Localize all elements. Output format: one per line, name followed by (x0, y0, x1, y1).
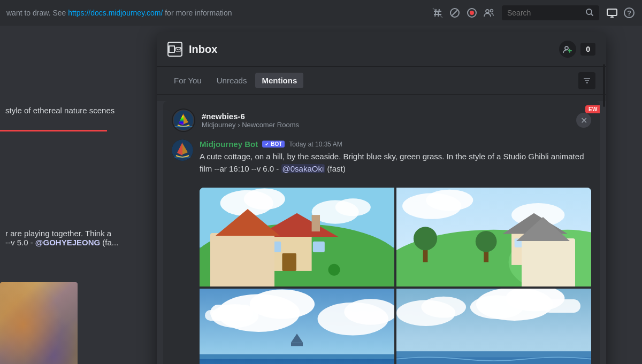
scrollbar-track (603, 64, 605, 331)
svg-point-19 (565, 47, 568, 50)
topbar-text-before: want to draw. See (6, 9, 68, 17)
grid-image-top-right[interactable] (396, 188, 591, 286)
svg-point-83 (421, 297, 466, 318)
svg-line-6 (452, 10, 457, 16)
svg-line-12 (591, 14, 593, 16)
bot-badge-label: BOT (271, 141, 282, 147)
svg-point-81 (470, 296, 523, 319)
svg-point-70 (250, 290, 315, 319)
svg-point-38 (244, 189, 285, 210)
hash-icon[interactable] (431, 6, 444, 19)
message-text: A cute cottage, on a hill, by the seasid… (200, 151, 591, 175)
scrollbar-thumb[interactable] (603, 64, 605, 107)
message-card: EW (163, 101, 600, 364)
message-meta: Midjourney Bot ✓ BOT Today at 10:35 AM (200, 140, 591, 149)
bot-check-icon: ✓ (265, 142, 269, 147)
svg-text:?: ? (627, 9, 631, 17)
close-button[interactable]: ✕ (576, 113, 591, 128)
tab-for-you[interactable]: For You (167, 73, 208, 88)
svg-point-50 (256, 264, 268, 276)
svg-line-3 (438, 9, 439, 17)
grid-image-top-left[interactable] (200, 188, 394, 286)
bg-text-2: r are playing together. Think a --v 5.0 … (0, 229, 124, 247)
channel-header: #newbies-6 Midjourney › Newcomer Rooms ✕ (163, 101, 600, 137)
svg-rect-85 (396, 351, 591, 357)
svg-point-65 (414, 227, 437, 250)
image-grid (200, 188, 591, 364)
bg-text-1: style of ethereal nature scenes (0, 106, 120, 115)
message-right: Midjourney Bot ✓ BOT Today at 10:35 AM A… (200, 140, 591, 175)
search-bar[interactable] (502, 5, 599, 20)
inbox-icon (167, 42, 182, 57)
svg-rect-63 (550, 238, 560, 247)
bg-text2-line2: --v 5.0 - @GOHYEJEONG (fa... (5, 238, 118, 247)
svg-rect-49 (312, 215, 320, 231)
grid-image-bottom-left[interactable] (200, 289, 394, 364)
svg-point-51 (328, 264, 340, 276)
message-time: Today at 10:35 AM (289, 141, 342, 148)
slash-icon[interactable] (448, 6, 461, 19)
monitor-icon[interactable] (606, 6, 618, 19)
svg-rect-59 (511, 233, 556, 265)
left-image (0, 282, 78, 364)
svg-rect-62 (515, 238, 524, 247)
inbox-panel: Inbox 0 For You Unreads Mentions (157, 32, 606, 364)
svg-point-71 (211, 304, 258, 328)
svg-point-9 (486, 10, 489, 13)
red-divider (0, 130, 107, 131)
badge-container: 0 (559, 41, 595, 58)
bg-text2-prefix: r are playing together. Think a (5, 229, 118, 238)
channel-info: #newbies-6 Midjourney › Newcomer Rooms (202, 112, 570, 129)
badge-count: 0 (580, 43, 595, 56)
tab-mentions[interactable]: Mentions (255, 73, 303, 88)
channel-avatar (172, 109, 195, 132)
svg-point-8 (470, 11, 474, 15)
svg-point-67 (476, 231, 497, 252)
svg-rect-77 (291, 343, 303, 346)
message-text-suffix: (fast) (325, 164, 345, 173)
svg-rect-61 (525, 249, 537, 265)
filter-button[interactable] (578, 72, 595, 89)
svg-point-40 (335, 198, 371, 216)
main-background: style of ethereal nature scenes r are pl… (0, 26, 158, 364)
tab-unreads[interactable]: Unreads (210, 73, 254, 88)
message-body: Midjourney Bot ✓ BOT Today at 10:35 AM A… (163, 137, 600, 183)
inbox-tabs: For You Unreads Mentions (157, 67, 606, 95)
topbar-icons: ? (431, 5, 636, 20)
inbox-header: Inbox 0 (157, 32, 606, 67)
svg-line-4 (433, 8, 442, 18)
topbar: want to draw. See https://docs.midjourne… (0, 0, 642, 26)
mention-user: @0sakaOki (281, 164, 325, 173)
svg-rect-47 (269, 242, 281, 252)
svg-rect-48 (313, 242, 325, 252)
svg-rect-13 (607, 9, 617, 16)
inbox-content: EW (157, 101, 606, 364)
message-author: Midjourney Bot (200, 140, 258, 149)
message-avatar (172, 140, 193, 161)
search-icon (585, 8, 594, 18)
svg-point-55 (511, 203, 564, 227)
message-text-content: A cute cottage, on a hill, by the seasid… (200, 152, 584, 173)
new-badge: EW (585, 105, 600, 113)
channel-name: #newbies-6 (202, 112, 570, 121)
svg-rect-46 (282, 253, 296, 271)
search-input[interactable] (507, 9, 583, 17)
svg-point-10 (491, 10, 493, 12)
help-icon[interactable]: ? (623, 6, 636, 19)
topbar-message: want to draw. See https://docs.midjourne… (6, 9, 431, 17)
grid-image-bottom-right[interactable] (396, 289, 591, 364)
record-icon[interactable] (465, 6, 478, 19)
svg-rect-18 (175, 48, 181, 51)
channel-breadcrumb: Midjourney › Newcomer Rooms (202, 121, 570, 129)
topbar-text-after: for more information (163, 9, 232, 17)
people-icon[interactable] (483, 6, 495, 19)
topbar-link[interactable]: https://docs.midjourney.com/ (68, 9, 163, 17)
svg-point-54 (426, 190, 473, 211)
svg-rect-75 (200, 354, 394, 359)
bot-badge: ✓ BOT (262, 141, 285, 148)
inbox-title: Inbox (189, 43, 559, 56)
friend-requests-icon[interactable] (559, 41, 576, 58)
